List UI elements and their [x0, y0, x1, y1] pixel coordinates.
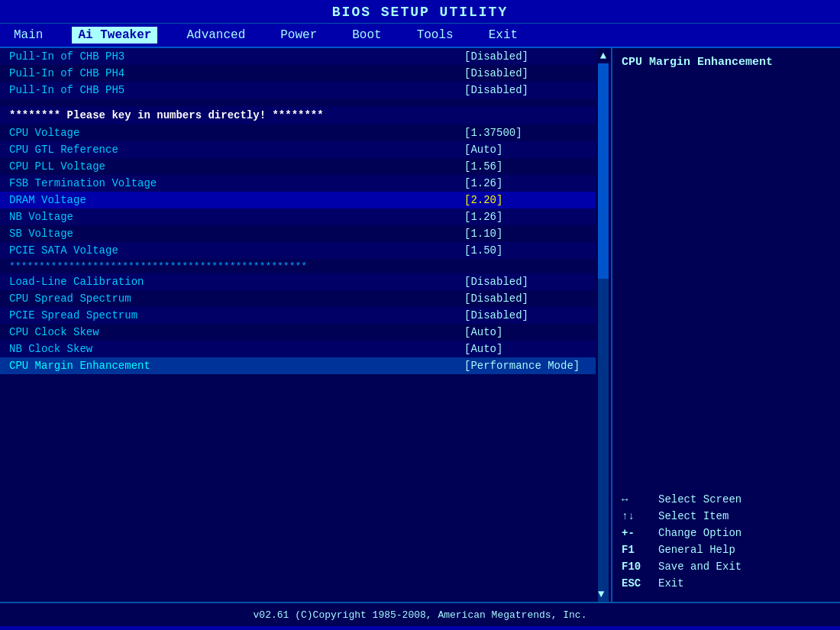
- bios-row[interactable]: Pull-In of CHB PH4[Disabled]: [0, 65, 596, 82]
- row-value: [Disabled]: [464, 84, 586, 96]
- row-value: [Auto]: [464, 343, 586, 355]
- key-help-row: ↔Select Screen: [622, 493, 831, 506]
- key-help-row: F1General Help: [622, 544, 831, 556]
- right-panel: CPU Margin Enhancement ↔Select Screen↑↓S…: [611, 48, 840, 602]
- bios-rows: Pull-In of CHB PH3[Disabled]Pull-In of C…: [0, 48, 596, 374]
- bios-row[interactable]: NB Voltage[1.26]: [0, 208, 596, 225]
- row-label: CPU Spread Spectrum: [9, 292, 464, 305]
- row-label: Pull-In of CHB PH4: [9, 67, 464, 79]
- key-description: Select Item: [658, 510, 729, 522]
- row-label: FSB Termination Voltage: [9, 177, 464, 189]
- bios-row[interactable]: PCIE Spread Spectrum[Disabled]: [0, 307, 596, 324]
- menu-item-advanced[interactable]: Advanced: [180, 27, 251, 44]
- key-symbol: F10: [622, 561, 658, 573]
- row-label: PCIE Spread Spectrum: [9, 309, 464, 321]
- row-value: [1.50]: [464, 244, 586, 257]
- row-label: PCIE SATA Voltage: [9, 244, 464, 257]
- row-label: Load-Line Calibration: [9, 276, 464, 288]
- row-value: [1.26]: [464, 177, 586, 189]
- key-help-row: +-Change Option: [622, 527, 831, 539]
- row-value: [1.26]: [464, 211, 586, 223]
- menu-bar: MainAi TweakerAdvancedPowerBootToolsExit: [0, 24, 840, 48]
- main-panel: Pull-In of CHB PH3[Disabled]Pull-In of C…: [0, 48, 596, 602]
- bios-row[interactable]: CPU GTL Reference[Auto]: [0, 141, 596, 158]
- row-label: CPU Margin Enhancement: [9, 360, 464, 372]
- bios-row[interactable]: CPU Voltage[1.37500]: [0, 124, 596, 141]
- key-description: General Help: [658, 544, 735, 556]
- scroll-down-arrow[interactable]: ▼: [598, 586, 604, 602]
- key-help-row: F10Save and Exit: [622, 561, 831, 573]
- row-label: NB Voltage: [9, 211, 464, 223]
- row-value: [Disabled]: [464, 67, 586, 79]
- row-value: [Auto]: [464, 144, 586, 156]
- key-description: Save and Exit: [658, 561, 741, 573]
- row-label: CPU Voltage: [9, 127, 464, 139]
- key-help-row: ↑↓Select Item: [622, 510, 831, 522]
- bios-row[interactable]: PCIE SATA Voltage[1.50]: [0, 242, 596, 259]
- row-value: [Auto]: [464, 326, 586, 338]
- row-value: [Performance Mode]: [464, 360, 586, 372]
- key-help-row: ESCExit: [622, 577, 831, 590]
- row-label: SB Voltage: [9, 228, 464, 240]
- scrollbar-thumb: [598, 63, 609, 279]
- separator-row: ****************************************…: [0, 259, 596, 273]
- content-area: Pull-In of CHB PH3[Disabled]Pull-In of C…: [0, 48, 840, 602]
- menu-item-exit[interactable]: Exit: [483, 27, 524, 44]
- bios-row[interactable]: DRAM Voltage[2.20]: [0, 192, 596, 208]
- row-value: [1.56]: [464, 160, 586, 173]
- row-value: [1.37500]: [464, 127, 586, 139]
- key-help: ↔Select Screen↑↓Select Item+-Change Opti…: [622, 493, 831, 594]
- row-value: [Disabled]: [464, 276, 586, 288]
- help-title: CPU Margin Enhancement: [622, 56, 831, 69]
- key-symbol: ↔: [622, 493, 658, 506]
- row-label: CPU GTL Reference: [9, 144, 464, 156]
- key-symbol: +-: [622, 527, 658, 539]
- row-label: CPU Clock Skew: [9, 326, 464, 338]
- row-value: [1.10]: [464, 228, 586, 240]
- bios-row[interactable]: Pull-In of CHB PH5[Disabled]: [0, 82, 596, 99]
- row-label: CPU PLL Voltage: [9, 160, 464, 173]
- menu-item-boot[interactable]: Boot: [346, 27, 387, 44]
- key-symbol: ESC: [622, 577, 658, 590]
- bios-row[interactable]: CPU Margin Enhancement[Performance Mode]: [0, 357, 596, 374]
- key-description: Select Screen: [658, 493, 741, 506]
- bios-row[interactable]: CPU PLL Voltage[1.56]: [0, 158, 596, 175]
- row-label: Pull-In of CHB PH5: [9, 84, 464, 96]
- row-label: DRAM Voltage: [9, 194, 464, 206]
- bios-row[interactable]: FSB Termination Voltage[1.26]: [0, 175, 596, 192]
- row-value: [Disabled]: [464, 292, 586, 305]
- bios-row[interactable]: NB Clock Skew[Auto]: [0, 341, 596, 357]
- row-value: [2.20]: [464, 194, 586, 206]
- scrollbar-track: ▼: [598, 63, 609, 602]
- bios-row[interactable]: CPU Spread Spectrum[Disabled]: [0, 290, 596, 307]
- menu-item-power[interactable]: Power: [274, 27, 323, 44]
- key-description: Change Option: [658, 527, 741, 539]
- menu-item-tools[interactable]: Tools: [411, 27, 460, 44]
- bios-title: BIOS SETUP UTILITY: [0, 0, 840, 24]
- row-label: Pull-In of CHB PH3: [9, 50, 464, 63]
- row-value: [Disabled]: [464, 50, 586, 63]
- bios-row[interactable]: SB Voltage[1.10]: [0, 225, 596, 242]
- key-symbol: ↑↓: [622, 510, 658, 522]
- bios-row[interactable]: CPU Clock Skew[Auto]: [0, 324, 596, 341]
- menu-item-ai-tweaker[interactable]: Ai Tweaker: [72, 27, 157, 44]
- scroll-up-arrow[interactable]: ▲: [600, 48, 606, 63]
- scrollbar[interactable]: ▲ ▼: [596, 48, 611, 602]
- menu-item-main[interactable]: Main: [8, 27, 49, 44]
- key-description: Exit: [658, 577, 684, 590]
- bios-row[interactable]: Pull-In of CHB PH3[Disabled]: [0, 48, 596, 65]
- footer: v02.61 (C)Copyright 1985-2008, American …: [0, 602, 840, 626]
- key-symbol: F1: [622, 544, 658, 556]
- notice-row: ******** Please key in numbers directly!…: [0, 106, 596, 124]
- row-label: NB Clock Skew: [9, 343, 464, 355]
- bios-row[interactable]: Load-Line Calibration[Disabled]: [0, 273, 596, 290]
- footer-text: v02.61 (C)Copyright 1985-2008, American …: [254, 609, 587, 621]
- row-value: [Disabled]: [464, 309, 586, 321]
